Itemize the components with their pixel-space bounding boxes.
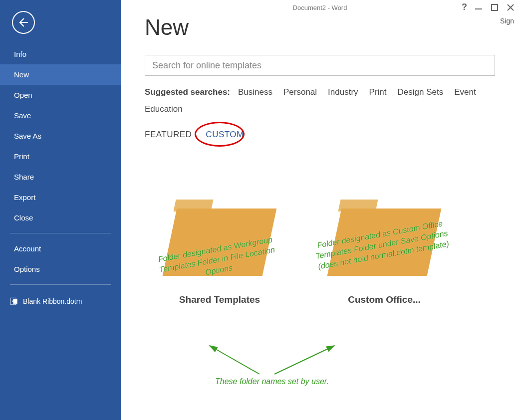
main-content: Document2 - Word ? Sign New Suggested se…	[121, 0, 519, 420]
folder-icon	[334, 200, 434, 279]
sidebar-item-export[interactable]: Export	[0, 187, 121, 208]
sidebar-item-label: Save As	[14, 132, 41, 140]
sidebar-item-label: Save	[14, 111, 31, 120]
sidebar-item-save[interactable]: Save	[0, 105, 121, 126]
back-button[interactable]	[12, 11, 35, 34]
recent-template-label: Blank Ribbon.dotm	[23, 297, 82, 305]
suggested-term[interactable]: Industry	[328, 84, 358, 101]
suggested-term[interactable]: Personal	[283, 84, 317, 101]
suggested-searches: Suggested searches: Business Personal In…	[145, 84, 495, 118]
template-folder-custom-office[interactable]: Custom Office...	[329, 200, 439, 305]
sidebar-item-label: Account	[14, 244, 41, 253]
sidebar-item-label: Print	[14, 152, 29, 161]
svg-text:W: W	[12, 300, 15, 303]
suggested-label: Suggested searches:	[145, 84, 230, 101]
sidebar-item-share[interactable]: Share	[0, 167, 121, 187]
sidebar-item-label: New	[14, 70, 29, 79]
help-icon[interactable]: ?	[462, 2, 467, 12]
sidebar-item-new[interactable]: New	[0, 64, 121, 85]
folder-icon	[170, 200, 269, 279]
template-folder-shared[interactable]: Shared Templates	[165, 200, 274, 305]
suggested-term[interactable]: Event	[454, 84, 476, 101]
tab-featured[interactable]: FEATURED	[145, 130, 192, 140]
sidebar-item-close[interactable]: Close	[0, 208, 121, 228]
sidebar-item-label: Options	[14, 265, 40, 273]
recent-template-item[interactable]: W Blank Ribbon.dotm	[10, 297, 111, 306]
template-search-input[interactable]	[145, 55, 495, 76]
restore-icon[interactable]	[490, 3, 499, 12]
sidebar-item-info[interactable]: Info	[0, 44, 121, 64]
sidebar-item-label: Open	[14, 91, 32, 99]
sidebar-item-label: Info	[14, 50, 26, 58]
sidebar-item-label: Close	[14, 213, 33, 222]
folder-label: Custom Office...	[348, 294, 421, 305]
suggested-term[interactable]: Print	[369, 84, 387, 101]
minimize-icon[interactable]	[474, 3, 483, 12]
back-arrow-icon	[17, 16, 30, 29]
sidebar-item-save-as[interactable]: Save As	[0, 126, 121, 146]
suggested-term[interactable]: Education	[145, 101, 183, 118]
sidebar-item-label: Export	[14, 193, 35, 202]
sidebar-item-open[interactable]: Open	[0, 85, 121, 105]
sidebar-item-label: Share	[14, 173, 34, 181]
svg-rect-4	[492, 4, 498, 10]
sign-in-link[interactable]: Sign	[500, 17, 514, 25]
close-icon[interactable]	[506, 3, 515, 12]
sidebar-separator	[10, 233, 111, 233]
sidebar-item-account[interactable]: Account	[0, 238, 121, 259]
folder-label: Shared Templates	[179, 294, 260, 305]
tab-custom[interactable]: CUSTOM	[206, 130, 244, 140]
suggested-term[interactable]: Design Sets	[398, 84, 444, 101]
sidebar-item-print[interactable]: Print	[0, 146, 121, 167]
backstage-sidebar: Info New Open Save Save As Print Share E…	[0, 0, 121, 420]
sidebar-item-options[interactable]: Options	[0, 259, 121, 279]
sidebar-separator	[10, 284, 111, 285]
page-title: New	[145, 15, 495, 40]
window-title: Document2 - Word	[293, 4, 347, 11]
word-doc-icon: W	[10, 297, 19, 306]
suggested-term[interactable]: Business	[238, 84, 272, 101]
